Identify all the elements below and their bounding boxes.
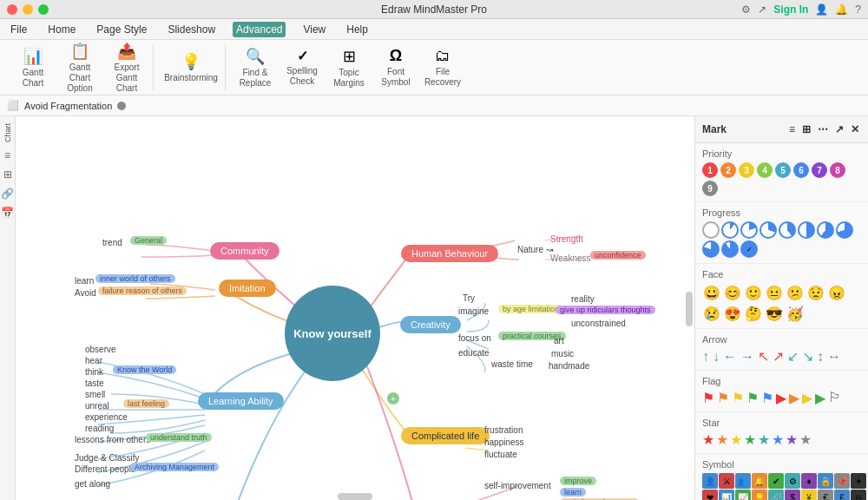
face-8[interactable]: 😢 xyxy=(702,304,721,323)
menu-slideshow[interactable]: Slideshow xyxy=(164,22,219,37)
gantt-chart-button[interactable]: 📊 GanttChart xyxy=(10,45,56,90)
face-1[interactable]: 😀 xyxy=(702,283,721,302)
flag-triangle-orange[interactable]: ▶ xyxy=(789,390,799,406)
maximize-button[interactable] xyxy=(38,4,49,15)
find-replace-button[interactable]: 🔍 Find &Replace xyxy=(233,45,278,90)
arrow-downleft[interactable]: ↙ xyxy=(787,348,799,365)
user-icon[interactable]: 👤 xyxy=(815,3,828,16)
star-red[interactable]: ★ xyxy=(702,431,714,448)
flag-blue[interactable]: ⚑ xyxy=(761,390,773,406)
arrow-leftright[interactable]: ↔ xyxy=(827,349,841,365)
share-icon[interactable]: ↗ xyxy=(758,3,766,16)
star-orange[interactable]: ★ xyxy=(716,431,728,448)
sym-12[interactable]: 📊 xyxy=(719,490,734,500)
sym-15[interactable]: 🔗 xyxy=(768,490,784,500)
face-2[interactable]: 😊 xyxy=(723,283,742,302)
minimize-button[interactable] xyxy=(23,4,33,15)
flag-red[interactable]: ⚑ xyxy=(702,390,714,406)
progress-80[interactable] xyxy=(702,240,720,258)
flag-triangle-yellow[interactable]: ▶ xyxy=(802,390,812,406)
priority-9[interactable]: 9 xyxy=(702,181,718,196)
face-4[interactable]: 😐 xyxy=(765,283,784,302)
flag-yellow[interactable]: ⚑ xyxy=(732,390,744,406)
flag-green[interactable]: ⚑ xyxy=(746,390,759,406)
center-node[interactable]: Know yourself xyxy=(285,286,380,381)
priority-7[interactable]: 7 xyxy=(812,162,827,178)
face-10[interactable]: 🤔 xyxy=(744,304,763,323)
sym-13[interactable]: 📈 xyxy=(735,490,751,500)
arrow-left[interactable]: ← xyxy=(723,349,737,365)
arrow-upleft[interactable]: ↖ xyxy=(758,348,769,365)
progress-0[interactable] xyxy=(702,221,720,239)
mark-grid-view[interactable]: ⊞ xyxy=(800,122,812,137)
star-teal[interactable]: ★ xyxy=(758,431,770,448)
close-button[interactable] xyxy=(7,4,17,15)
canvas[interactable]: Know yourself Human Behaviour Nature ↝ S… xyxy=(16,116,694,500)
progress-100[interactable]: ✓ xyxy=(740,240,758,258)
arrow-down[interactable]: ↓ xyxy=(713,349,720,365)
add-branch-button[interactable]: + xyxy=(387,392,399,405)
progress-90[interactable] xyxy=(721,240,739,258)
priority-1[interactable]: 1 xyxy=(702,162,718,178)
settings-icon[interactable]: ⚙ xyxy=(741,3,751,16)
sym-10[interactable]: ✦ xyxy=(851,473,866,489)
sym-16[interactable]: $ xyxy=(785,490,800,500)
left-nav-icon2[interactable]: ⊞ xyxy=(3,168,12,181)
mark-list-view[interactable]: ≡ xyxy=(787,122,797,137)
menu-file[interactable]: File xyxy=(7,22,30,37)
progress-40[interactable] xyxy=(779,221,796,239)
branch-creativity[interactable]: Creativity xyxy=(400,316,461,333)
priority-6[interactable]: 6 xyxy=(793,162,809,178)
mark-export[interactable]: ↗ xyxy=(833,122,845,137)
star-purple[interactable]: ★ xyxy=(786,431,798,448)
priority-2[interactable]: 2 xyxy=(720,162,736,178)
file-recovery-button[interactable]: 🗂 FileRecovery xyxy=(420,45,465,90)
face-11[interactable]: 😎 xyxy=(765,304,784,323)
menu-advanced[interactable]: Advanced xyxy=(233,22,286,37)
branch-imitation[interactable]: Imitation xyxy=(219,280,276,297)
sym-20[interactable]: ⊖ xyxy=(851,490,866,500)
branch-learning-ability[interactable]: Learning Ability xyxy=(198,392,284,410)
mark-settings[interactable]: ⋯ xyxy=(816,122,830,137)
face-3[interactable]: 🙂 xyxy=(744,283,763,302)
progress-10[interactable] xyxy=(721,221,739,239)
mark-close[interactable]: ✕ xyxy=(849,122,861,137)
sym-4[interactable]: 🔔 xyxy=(752,473,767,489)
sym-1[interactable]: 👤 xyxy=(702,473,718,489)
face-12[interactable]: 🥳 xyxy=(786,304,805,323)
progress-20[interactable] xyxy=(740,221,758,239)
priority-8[interactable]: 8 xyxy=(830,162,845,178)
spelling-check-button[interactable]: ✓ SpellingCheck xyxy=(279,45,325,90)
face-7[interactable]: 😠 xyxy=(827,283,846,302)
menu-home[interactable]: Home xyxy=(44,22,79,37)
face-9[interactable]: 😍 xyxy=(723,304,742,323)
sym-3[interactable]: 👥 xyxy=(735,473,751,489)
flag-banner[interactable]: 🏳 xyxy=(828,390,842,406)
flag-orange[interactable]: ⚑ xyxy=(717,390,729,406)
arrow-downright[interactable]: ↘ xyxy=(802,348,813,365)
sym-5[interactable]: ✔ xyxy=(768,473,784,489)
sym-9[interactable]: 📌 xyxy=(834,473,850,489)
sym-8[interactable]: 🔒 xyxy=(818,473,833,489)
left-nav-icon1[interactable]: ≡ xyxy=(4,149,10,161)
menu-help[interactable]: Help xyxy=(343,22,372,37)
font-symbol-button[interactable]: Ω FontSymbol xyxy=(373,45,418,90)
arrow-upright[interactable]: ↗ xyxy=(773,348,784,365)
priority-5[interactable]: 5 xyxy=(775,162,791,178)
brainstorming-button[interactable]: 💡 Brainstorming xyxy=(161,45,221,90)
scroll-bar[interactable] xyxy=(686,292,693,326)
scroll-bar-h[interactable] xyxy=(338,493,372,500)
arrow-right[interactable]: → xyxy=(740,349,754,365)
left-nav-icon3[interactable]: 🔗 xyxy=(1,188,14,200)
star-yellow[interactable]: ★ xyxy=(730,431,742,448)
export-gantt-button[interactable]: 📤 Export GanttChart xyxy=(104,45,149,90)
star-gray[interactable]: ★ xyxy=(799,431,812,448)
priority-4[interactable]: 4 xyxy=(757,162,773,178)
help-icon[interactable]: ? xyxy=(855,3,861,16)
priority-3[interactable]: 3 xyxy=(739,162,754,178)
branch-human-behaviour[interactable]: Human Behaviour xyxy=(401,245,498,262)
sym-19[interactable]: £ xyxy=(834,490,850,500)
sym-2[interactable]: ⚔ xyxy=(719,473,734,489)
progress-30[interactable] xyxy=(760,221,777,239)
gantt-option-button[interactable]: 📋 Gantt ChartOption xyxy=(57,45,102,90)
